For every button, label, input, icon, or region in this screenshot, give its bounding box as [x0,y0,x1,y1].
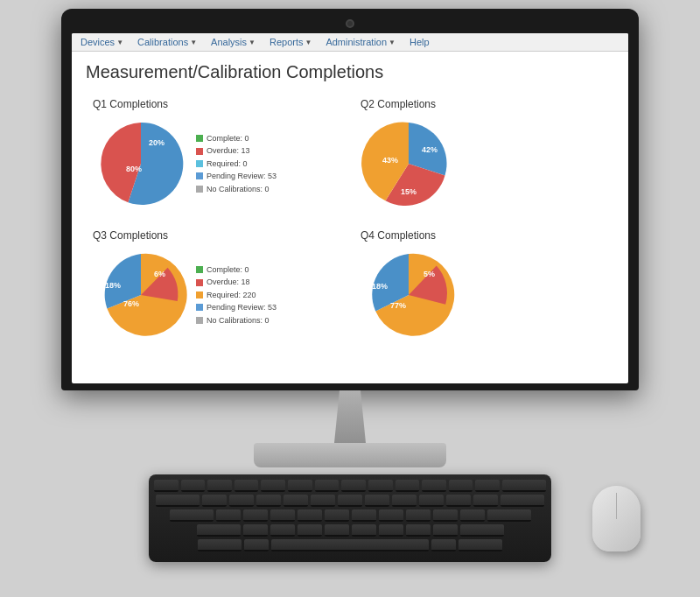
key [298,509,322,522]
q3-overdue-color [196,279,203,286]
q2-pie: 43% 42% 15% [360,116,457,212]
q2-chart-area: 43% 42% 15% [360,116,607,212]
analysis-arrow: ▼ [248,39,256,46]
key [270,509,295,522]
q3-pending-color [196,304,203,311]
pending-color [196,172,203,179]
key [341,480,366,492]
key [422,480,446,492]
keyboard-row-4 [154,524,546,537]
mouse-line [616,493,617,519]
key-space [271,539,429,551]
nav-analysis[interactable]: Analysis ▼ [211,37,256,47]
svg-text:5%: 5% [424,270,435,278]
key [325,509,349,522]
q3-legend-none: No Calibrations: 0 [196,314,276,327]
key [352,524,376,537]
key [234,480,259,492]
key [473,495,498,507]
mouse [592,486,640,551]
key [181,480,206,492]
monitor-stand-base [254,443,446,467]
key [449,480,473,492]
q3-legend-pending: Pending Review: 53 [196,301,276,313]
key [284,495,308,507]
q4-chart-area: 77% 18% 5% [360,247,607,343]
q3-legend-required: Required: 220 [196,289,276,301]
key-backspace [502,480,546,492]
q4-svg: 77% 18% 5% [360,247,457,343]
keyboard-row-1 [154,480,546,492]
q1-svg: 80% 20% [93,116,189,212]
page-title: Measurement/Calibration Completions [86,62,614,82]
nav-calibrations[interactable]: Calibrations ▼ [137,37,197,47]
q3-pie: 76% 18% 6% [93,247,189,343]
navbar: Devices ▼ Calibrations ▼ Analysis ▼ Repo… [72,33,628,52]
key [460,509,485,522]
key [256,495,281,507]
key [406,524,430,537]
svg-text:77%: 77% [390,301,406,310]
required-color [196,160,203,167]
key [325,524,349,537]
monitor-stand-neck [324,390,376,443]
svg-text:76%: 76% [123,299,139,308]
key [216,509,241,522]
q3-title: Q3 Completions [93,229,340,242]
keyboard-row-3 [154,509,546,522]
complete-color [196,135,203,142]
svg-text:80%: 80% [126,165,142,173]
q1-chart-area: 80% 20% Complete: 0 [93,116,340,212]
calibrations-arrow: ▼ [190,39,197,46]
svg-text:42%: 42% [422,145,438,154]
nav-devices[interactable]: Devices ▼ [80,37,123,47]
key [298,524,322,537]
svg-text:20%: 20% [149,138,164,147]
key [365,495,389,507]
q3-legend: Complete: 0 Overdue: 18 Required: 220 [196,263,276,327]
q3-complete-color [196,266,203,273]
monitor: Devices ▼ Calibrations ▼ Analysis ▼ Repo… [61,9,639,467]
key [315,480,340,492]
key-caps [170,509,214,522]
legend-none: No Calibrations: 0 [196,183,276,195]
svg-text:18%: 18% [372,282,388,291]
key [446,495,471,507]
charts-grid: Q1 Completions 80% [86,93,614,348]
key [207,480,232,492]
key [229,495,254,507]
key-enter [487,509,531,522]
q1-legend: Complete: 0 Overdue: 13 Required: 0 [196,132,276,195]
key [379,509,403,522]
q3-svg: 76% 18% 6% [93,247,189,343]
q4-pie: 77% 18% 5% [360,247,457,343]
webcam-icon [346,19,354,28]
q3-legend-complete: Complete: 0 [196,263,276,276]
q1-pie: 80% 20% [93,116,189,212]
q2-title: Q2 Completions [360,98,607,110]
q1-title: Q1 Completions [93,98,340,110]
q3-chart-area: 76% 18% 6% Complete: 0 [93,247,340,343]
nav-help[interactable]: Help [410,37,430,47]
key [352,509,376,522]
nav-administration[interactable]: Administration ▼ [326,37,396,47]
nav-reports[interactable]: Reports ▼ [270,37,312,47]
key-ctrl-left [198,539,242,551]
key [475,480,500,492]
key [419,495,444,507]
key [368,480,393,492]
key-tab [156,495,200,507]
key [396,480,420,492]
key-alt-right [431,539,456,551]
q3-required-color [196,291,203,298]
administration-arrow: ▼ [388,39,396,46]
legend-required: Required: 0 [196,158,276,170]
reports-arrow: ▼ [304,39,312,46]
svg-text:43%: 43% [382,156,398,165]
devices-arrow: ▼ [116,39,123,46]
svg-text:15%: 15% [401,187,416,196]
legend-pending: Pending Review: 53 [196,170,276,182]
key-enter-top [500,495,544,507]
keyboard-row-5 [154,539,546,551]
q3-legend-overdue: Overdue: 18 [196,276,276,288]
